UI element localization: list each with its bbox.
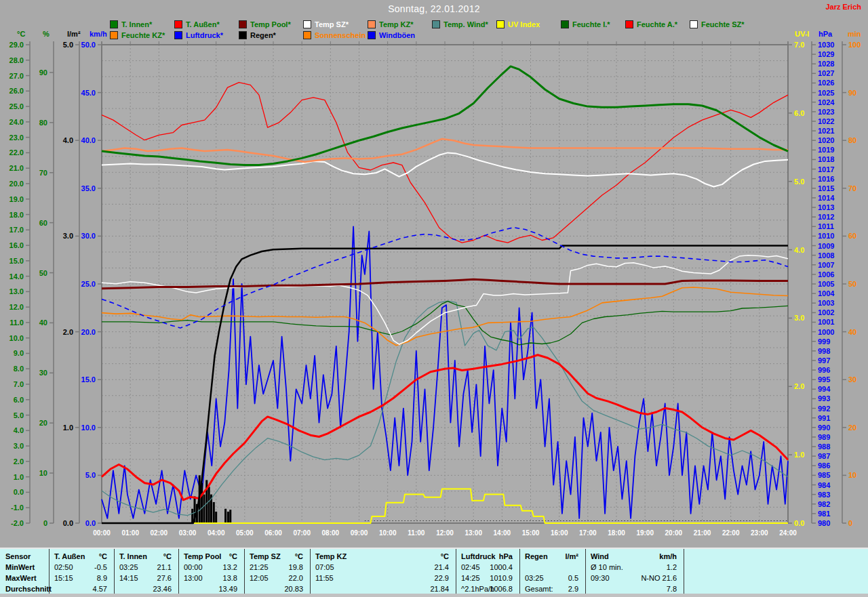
svg-text:1013: 1013: [818, 203, 834, 211]
stat-time: 13:00: [184, 573, 203, 583]
stat-value: 8.9: [97, 573, 107, 583]
table-cell-temp-kz: 07:0521.4: [310, 562, 456, 573]
sensor-name: Luftdruck: [461, 551, 496, 562]
sensor-name: T. Innen: [119, 551, 147, 562]
stat-value: 22.0: [289, 573, 303, 583]
svg-text:2.0: 2.0: [794, 382, 804, 390]
svg-text:1004: 1004: [818, 289, 835, 297]
svg-text:1001: 1001: [818, 318, 834, 326]
svg-text:11.0: 11.0: [9, 318, 24, 327]
svg-text:986: 986: [818, 461, 830, 470]
svg-text:70: 70: [39, 169, 47, 177]
svg-text:1002: 1002: [818, 308, 834, 316]
svg-text:1003: 1003: [818, 299, 834, 307]
svg-text:19.0: 19.0: [9, 195, 24, 203]
svg-text:20.0: 20.0: [9, 180, 24, 188]
table-cell-wind: 7.8: [585, 583, 684, 594]
svg-text:984: 984: [818, 481, 831, 489]
table-cell-t-au-en: T. Außen°C: [49, 551, 114, 562]
svg-text:3.0: 3.0: [14, 442, 24, 450]
svg-text:40.0: 40.0: [81, 136, 96, 144]
svg-text:35.0: 35.0: [81, 184, 96, 192]
svg-text:10.0: 10.0: [81, 424, 96, 432]
sensor-name: Temp Pool: [184, 551, 221, 562]
svg-text:1.0: 1.0: [14, 473, 24, 481]
stat-value: 21.4: [435, 562, 449, 573]
svg-text:06:00: 06:00: [264, 529, 282, 537]
table-cell-temp-pool: 00:0013.2: [178, 562, 244, 573]
svg-text:17:00: 17:00: [579, 529, 597, 537]
svg-text:4.0: 4.0: [794, 246, 804, 254]
stat-value: 2.9: [568, 583, 578, 594]
svg-text:6.0: 6.0: [794, 109, 804, 117]
svg-text:20: 20: [39, 419, 47, 427]
svg-text:22:00: 22:00: [722, 529, 740, 537]
table-cell-luftdruck: ^2.1hPa/h1006.8: [456, 583, 519, 594]
svg-text:1027: 1027: [818, 69, 834, 77]
stat-value: 0.5: [568, 573, 578, 583]
stat-value: 21.84: [430, 583, 449, 594]
sensor-unit: °C: [295, 551, 303, 562]
svg-text:1005: 1005: [818, 280, 834, 288]
svg-text:2.0: 2.0: [63, 328, 73, 336]
sensor-name: T. Außen: [54, 551, 85, 562]
svg-text:24.0: 24.0: [9, 118, 24, 126]
table-cell-temp-sz: 20.83: [244, 583, 310, 594]
svg-text:24:00: 24:00: [779, 529, 797, 537]
svg-text:30: 30: [39, 369, 47, 377]
svg-text:20:00: 20:00: [665, 529, 683, 537]
svg-text:60: 60: [39, 219, 47, 227]
svg-text:02:00: 02:00: [151, 529, 168, 537]
svg-text:2.0: 2.0: [14, 457, 24, 466]
stat-time: 11:55: [315, 573, 334, 583]
stat-time: 09:30: [591, 573, 610, 583]
row-label: MinWert: [5, 562, 35, 573]
stat-time: Ø 10 min.: [591, 562, 623, 573]
svg-text:01:00: 01:00: [121, 529, 139, 537]
table-cell-temp-pool: 13:0013.8: [178, 573, 244, 583]
svg-text:70: 70: [848, 184, 856, 192]
svg-text:13:00: 13:00: [465, 529, 482, 537]
svg-text:21:00: 21:00: [694, 529, 711, 537]
stat-value: 22.9: [435, 573, 449, 583]
stat-time: 03:25: [525, 573, 544, 583]
table-cell-regen: [519, 562, 585, 573]
stat-time: 12:05: [250, 573, 269, 583]
sensor-name: Wind: [591, 551, 609, 562]
svg-text:10:00: 10:00: [379, 529, 397, 537]
row-label: Sensor: [5, 551, 31, 562]
axis-degC: 29.028.027.026.025.024.023.022.021.020.0…: [9, 30, 30, 527]
table-cell-t-au-en: 4.57: [49, 583, 114, 594]
svg-text:16.0: 16.0: [9, 241, 24, 249]
svg-text:7.0: 7.0: [794, 41, 804, 49]
svg-text:15:00: 15:00: [522, 529, 540, 537]
table-cell-temp-pool: 13.49: [178, 583, 244, 594]
sensor-unit: l/m²: [565, 551, 578, 562]
table-cell-wind: 09:30N-NO 21.6: [585, 573, 684, 583]
stat-value: 1010.9: [490, 573, 513, 583]
svg-text:08:00: 08:00: [322, 529, 340, 537]
svg-text:50.0: 50.0: [81, 41, 96, 49]
svg-text:10: 10: [848, 471, 856, 479]
svg-text:5.0: 5.0: [14, 411, 24, 419]
stat-time: 21:25: [250, 562, 269, 573]
svg-text:997: 997: [818, 356, 830, 365]
svg-text:1011: 1011: [818, 222, 834, 230]
svg-text:0.0: 0.0: [63, 519, 73, 527]
row-label: MaxWert: [5, 573, 37, 583]
svg-text:5.0: 5.0: [794, 178, 804, 186]
svg-text:1025: 1025: [818, 89, 834, 97]
svg-text:05:00: 05:00: [236, 529, 254, 537]
stat-value: 23.46: [153, 583, 172, 594]
svg-text:40: 40: [848, 328, 856, 336]
svg-text:1016: 1016: [818, 175, 834, 183]
svg-text:1028: 1028: [818, 60, 834, 68]
stat-time: Gesamt:: [525, 583, 553, 594]
svg-text:23:00: 23:00: [751, 529, 768, 537]
table-row-sensor: SensorT. Außen°CT. Innen°CTemp Pool°CTem…: [0, 551, 868, 562]
svg-text:12.0: 12.0: [9, 303, 24, 311]
svg-text:15.0: 15.0: [9, 257, 24, 265]
table-cell-temp-pool: Temp Pool°C: [178, 551, 244, 562]
sensor-unit: °C: [229, 551, 237, 562]
stat-value: -0.5: [94, 562, 107, 573]
